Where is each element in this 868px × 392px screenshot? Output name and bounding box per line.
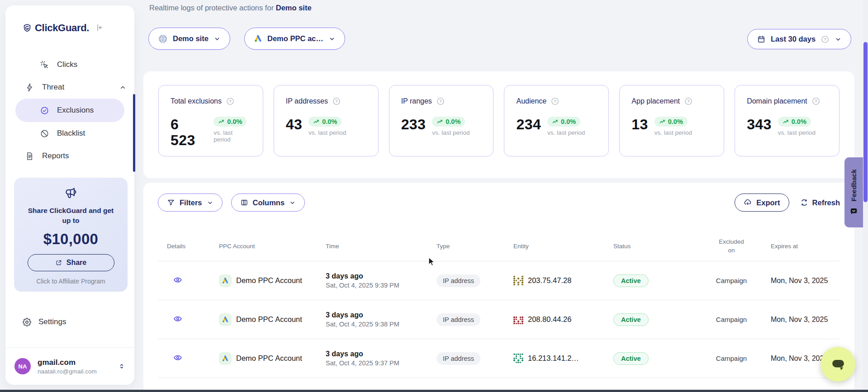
time-absolute: Sat, Oct 4, 2025 9:37 PM <box>326 359 436 367</box>
entity-value: 208.80.44.26 <box>528 315 571 324</box>
help-circle-icon[interactable] <box>226 97 235 106</box>
date-range-dropdown[interactable]: Last 30 days <box>747 29 851 49</box>
chevron-up-icon <box>119 84 127 91</box>
google-ads-icon <box>219 313 232 326</box>
trend-up-icon <box>783 118 789 125</box>
chevrons-up-down-icon <box>118 362 125 370</box>
sidebar-item-threat[interactable]: Threat <box>5 76 134 99</box>
document-icon <box>25 151 34 161</box>
sidebar-item-settings[interactable]: Settings <box>5 312 134 332</box>
help-circle-icon[interactable] <box>811 97 821 106</box>
page-scrollbar-thumb[interactable] <box>863 42 868 202</box>
site-selector-dropdown[interactable]: Demo site <box>148 28 230 50</box>
nav-label: Settings <box>38 317 66 326</box>
subtitle-site-name: Demo site <box>276 4 312 12</box>
trend-up-icon <box>436 118 443 125</box>
help-circle-icon[interactable] <box>550 97 560 106</box>
stat-card-ip-ranges: IP ranges 233 0.0%vs. last period <box>389 85 494 156</box>
sidebar-item-clicks[interactable]: Clicks <box>5 53 134 76</box>
filter-icon <box>167 198 175 207</box>
columns-icon <box>240 198 248 207</box>
cursor-click-icon <box>40 60 49 70</box>
stat-label: App placement <box>631 97 680 105</box>
calendar-icon <box>757 35 766 44</box>
eye-details-button[interactable] <box>173 353 182 362</box>
stat-card-app-placement: App placement 13 0.0%vs. last period <box>619 85 724 156</box>
help-circle-icon[interactable] <box>684 97 693 106</box>
help-circle-icon[interactable] <box>436 97 445 106</box>
help-circle-icon[interactable] <box>332 97 341 106</box>
stats-panel: Total exclusions 6 523 0.0%vs. last peri… <box>143 71 854 178</box>
sidebar-scrollbar-thumb[interactable] <box>133 94 135 172</box>
stat-delta-badge: 0.0% <box>308 117 342 127</box>
stat-caption: vs. last period <box>655 129 692 136</box>
eye-details-button[interactable] <box>173 314 182 323</box>
table-toolbar: Filters Columns Export Refresh <box>158 194 840 212</box>
entity-identicon <box>513 315 523 325</box>
sidebar-item-exclusions[interactable]: Exclusions <box>15 99 124 122</box>
time-relative: 3 days ago <box>326 350 436 358</box>
excluded-on-value: Campaign <box>711 316 752 323</box>
ppc-account-selector-dropdown[interactable]: Demo PPC ac… <box>244 28 345 50</box>
affiliate-program-link[interactable]: Click to Affiliate Program <box>14 278 128 285</box>
time-absolute: Sat, Oct 4, 2025 9:39 PM <box>326 282 436 289</box>
col-header-details: Details <box>158 243 219 250</box>
expires-at-value: Mon, Nov 3, 2025 <box>752 277 840 285</box>
chevron-down-icon <box>207 199 213 206</box>
promo-amount: $10,000 <box>14 231 128 248</box>
clickguard-shield-logo-icon <box>23 24 32 33</box>
collapse-sidebar-icon[interactable] <box>95 23 104 32</box>
stat-delta-badge: 0.0% <box>778 117 811 127</box>
table-row: Demo PPC Account 3 days agoSat, Oct 4, 2… <box>158 261 840 300</box>
sidebar-item-blacklist[interactable]: Blacklist <box>5 122 134 145</box>
avatar: NA <box>14 358 31 374</box>
stat-value: 343 <box>747 117 772 132</box>
excluded-on-value: Campaign <box>711 354 752 362</box>
col-header-account: PPC Account <box>219 243 326 250</box>
filters-button[interactable]: Filters <box>158 194 223 212</box>
ban-icon <box>40 129 49 138</box>
chat-bubble-icon <box>828 354 848 374</box>
logo[interactable]: ClickGuard. <box>23 20 125 36</box>
chevron-down-icon <box>213 35 221 43</box>
time-relative: 3 days ago <box>326 311 436 319</box>
table-row: Demo PPC Account 3 days agoSat, Oct 4, 2… <box>158 339 840 378</box>
type-badge: IP address <box>436 274 480 287</box>
stat-caption: vs. last period <box>547 129 585 136</box>
nav-label: Reports <box>42 151 69 161</box>
user-menu[interactable]: NA gmail.com naatali.ro@gmail.com <box>5 347 134 385</box>
trend-up-icon <box>659 118 666 125</box>
export-button[interactable]: Export <box>735 194 789 212</box>
columns-button[interactable]: Columns <box>231 194 305 212</box>
status-badge: Active <box>613 352 649 365</box>
chat-launcher-button[interactable] <box>821 347 855 382</box>
share-button[interactable]: Share <box>28 254 114 271</box>
stat-value: 6 523 <box>171 117 207 148</box>
stat-delta-badge: 0.0% <box>432 117 465 127</box>
gear-icon <box>22 317 32 327</box>
stat-value: 13 <box>631 117 648 132</box>
mouse-cursor <box>428 257 438 268</box>
stat-card-domain-placement: Domain placement 343 0.0%vs. last period <box>735 85 840 156</box>
nav-label: Exclusions <box>57 106 94 115</box>
user-email: naatali.ro@gmail.com <box>38 368 97 375</box>
lightning-icon <box>25 83 34 92</box>
stat-value: 234 <box>516 117 541 132</box>
stat-caption: vs. last period <box>432 129 470 136</box>
feedback-label: Feedback <box>850 169 858 202</box>
stat-value: 43 <box>286 117 302 132</box>
refresh-button[interactable]: Refresh <box>800 198 840 207</box>
stat-card-ip-addresses: IP addresses 43 0.0%vs. last period <box>274 85 379 156</box>
entity-value: 203.75.47.28 <box>528 276 571 285</box>
sidebar-item-reports[interactable]: Reports <box>5 145 134 167</box>
external-link-icon <box>55 259 62 266</box>
eye-details-button[interactable] <box>173 275 182 284</box>
feedback-tab[interactable]: Feedback <box>844 157 863 227</box>
help-circle-icon[interactable] <box>821 35 830 44</box>
stat-delta-badge: 0.0% <box>655 117 688 127</box>
exclusions-table-panel: Filters Columns Export Refresh Details P… <box>143 183 854 392</box>
page-subtitle: Realtime logs of protective actions for … <box>149 4 312 12</box>
google-ads-icon <box>254 34 262 43</box>
stat-label: IP addresses <box>286 97 328 105</box>
stat-caption: vs. last period <box>778 129 816 136</box>
